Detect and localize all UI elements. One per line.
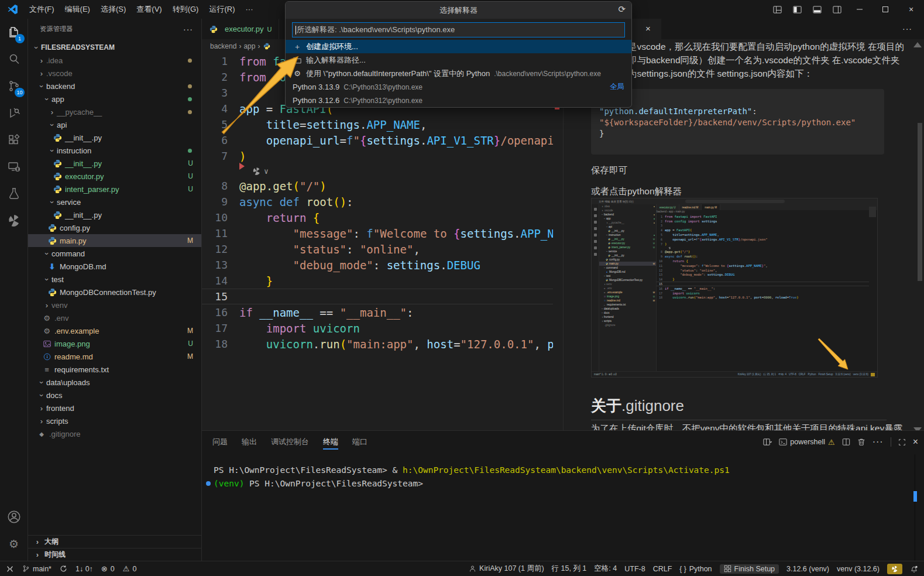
panel-tab-问题[interactable]: 问题	[212, 431, 228, 453]
refresh-icon[interactable]: ⟳	[618, 4, 626, 15]
explorer-row-scripts[interactable]: ›scripts	[28, 414, 201, 427]
close-tab-icon[interactable]: ×	[645, 23, 651, 33]
maximize-button[interactable]	[873, 0, 898, 19]
workspace-root-row[interactable]: › FILESREADSYSTEAM	[28, 41, 201, 54]
status-item-utf-8[interactable]: UTF-8	[624, 565, 645, 573]
preview-scrollbar[interactable]	[918, 123, 922, 281]
explorer-row-intent-parser-py[interactable]: intent_parser.pyU	[28, 183, 201, 196]
status-item-0[interactable]: ⊗0	[101, 564, 115, 573]
code-line-16[interactable]: 16if __name__ == "__main__":	[202, 304, 553, 320]
status-item--4[interactable]: 空格: 4	[594, 564, 617, 574]
explorer-row--init-py[interactable]: __init__.pyU	[28, 157, 201, 170]
panel-more-icon[interactable]: ···	[873, 437, 884, 447]
toggle-panel-icon[interactable]	[807, 0, 827, 19]
explorer-row--idea[interactable]: ›.idea	[28, 54, 201, 67]
status-item-remote[interactable]	[6, 565, 14, 573]
explorer-row-command[interactable]: ›command	[28, 247, 201, 260]
close-panel-icon[interactable]: ×	[913, 437, 918, 447]
terminal-output[interactable]: PS H:\OwnProject\FilesReadSysteam> & h:\…	[214, 464, 906, 491]
explorer-row-readme-md[interactable]: readme.mdM	[28, 350, 201, 363]
explorer-row-executor-py[interactable]: executor.pyU	[28, 170, 201, 183]
status-item-finish-setup[interactable]: Finish Setup	[720, 564, 779, 574]
quick-pick-item[interactable]: Python 3.12.6C:\Python312\python.exe	[286, 94, 631, 107]
panel-tab-调试控制台[interactable]: 调试控制台	[271, 431, 309, 453]
menu-item[interactable]: 运行(R)	[204, 0, 240, 19]
remote-explorer-icon[interactable]	[0, 153, 28, 180]
explorer-row-app[interactable]: ›app	[28, 92, 201, 105]
menu-item[interactable]: 选择(S)	[95, 0, 131, 19]
code-line-9[interactable]: 9async def root():	[202, 194, 553, 210]
timeline-section[interactable]: ›时间线	[28, 548, 201, 561]
pinwheel-extension-icon[interactable]	[0, 207, 28, 234]
panel-tab-输出[interactable]: 输出	[242, 431, 257, 453]
quick-pick-item[interactable]: ＋创建虚拟环境...	[286, 40, 631, 53]
explorer-row--gitignore[interactable]: ◆.gitignore	[28, 427, 201, 440]
sidebar-more-icon[interactable]: ···	[183, 25, 193, 34]
code-line-17[interactable]: 17 import uvicorn	[202, 320, 553, 336]
status-item--15-1[interactable]: 行 15, 列 1	[552, 564, 587, 574]
split-terminal-icon[interactable]	[842, 438, 850, 446]
code-line-15[interactable]: 15	[202, 289, 553, 304]
code-line-12[interactable]: 12 "status": "online",	[202, 241, 553, 257]
tab-executor-py[interactable]: executor.py U	[202, 19, 279, 39]
interpreter-search-input[interactable]: 所选解释器: .\backend\venv\Scripts\python.exe	[292, 22, 625, 37]
launch-profile-icon[interactable]	[763, 438, 772, 447]
status-item-python[interactable]: { }Python	[679, 565, 712, 573]
code-line-10[interactable]: 10 return {	[202, 210, 553, 225]
maximize-panel-icon[interactable]	[898, 438, 906, 446]
code-line-18[interactable]: 18 uvicorn.run("main:app", host="127.0.0…	[202, 336, 553, 352]
explorer-row-requirements-txt[interactable]: ≡requirements.txt	[28, 363, 201, 376]
extensions-icon[interactable]	[0, 126, 28, 153]
menu-item[interactable]: 文件(F)	[24, 0, 60, 19]
explorer-row-backend[interactable]: ›backend	[28, 80, 201, 92]
outline-section[interactable]: ›大纲	[28, 535, 201, 548]
menu-item[interactable]: ···	[240, 0, 258, 19]
menu-item[interactable]: 查看(V)	[131, 0, 167, 19]
explorer-row-image-png[interactable]: image.pngU	[28, 337, 201, 350]
status-item-main-[interactable]: main*	[22, 565, 51, 573]
explorer-row--env-example[interactable]: ⚙.env.exampleM	[28, 324, 201, 337]
inline-ai-widget[interactable]: ∨	[202, 164, 553, 178]
status-item-sync[interactable]	[60, 565, 67, 572]
code-line-7[interactable]: 7)	[202, 148, 553, 164]
toggle-sidebar-icon[interactable]	[787, 0, 807, 19]
explorer-row--env[interactable]: ⚙.env	[28, 311, 201, 324]
explorer-row-api[interactable]: ›api	[28, 118, 201, 131]
item-badge[interactable]: 全局	[610, 82, 624, 92]
panel-tab-端口[interactable]: 端口	[352, 431, 367, 453]
explorer-row-service[interactable]: ›service	[28, 196, 201, 208]
quick-pick-item[interactable]: Python 3.13.9C:\Python313\python.exe全局	[286, 80, 631, 94]
explorer-row--vscode[interactable]: ›.vscode	[28, 67, 201, 80]
explorer-row-MongoDBConnectionTest-py[interactable]: MongoDBConnectionTest.py	[28, 286, 201, 299]
explorer-row-instruction[interactable]: ›instruction	[28, 144, 201, 157]
explorer-row-venv[interactable]: ›venv	[28, 299, 201, 311]
status-item-kiriaky-107-1-[interactable]: KiriAky 107 (1 周前)	[469, 564, 544, 574]
status-item-3-12-6-venv-[interactable]: 3.12.6 (venv)	[786, 565, 829, 573]
explorer-row-data-uploads[interactable]: ›data\uploads	[28, 376, 201, 389]
search-icon[interactable]	[0, 46, 28, 73]
explorer-row-frontend[interactable]: ›frontend	[28, 402, 201, 414]
settings-gear-icon[interactable]: ⚙	[0, 530, 28, 557]
status-item-0[interactable]: ⚠0	[123, 564, 137, 573]
code-line-6[interactable]: 6 openapi_url=f"{settings.API_V1_STR}/op…	[202, 132, 553, 148]
code-line-5[interactable]: 5 title=settings.APP_NAME,	[202, 116, 553, 132]
explorer-row--init-py[interactable]: __init__.py	[28, 208, 201, 221]
terminal-instance[interactable]: powershell ⚠	[779, 438, 834, 447]
source-control-icon[interactable]: 10	[0, 73, 28, 100]
menu-item[interactable]: 转到(G)	[167, 0, 204, 19]
explorer-row-docs[interactable]: ›docs	[28, 389, 201, 402]
quick-pick-item[interactable]: ⚙使用 \"python.defaultInterpreterPath\" 设置…	[286, 67, 631, 80]
code-line-8[interactable]: 8@app.get("/")	[202, 178, 553, 194]
minimize-button[interactable]	[847, 0, 873, 19]
code-line-14[interactable]: 14 }	[202, 273, 553, 289]
close-window-button[interactable]: ×	[898, 0, 924, 19]
explorer-row--init-py[interactable]: __init__.py	[28, 131, 201, 144]
customize-layout-icon[interactable]	[767, 0, 787, 19]
code-line-13[interactable]: 13 "debug_mode": settings.DEBUG	[202, 257, 553, 273]
scroll-up-arrow-icon[interactable]	[913, 42, 922, 47]
code-line-11[interactable]: 11 "message": f"Welcome to {settings.APP…	[202, 225, 553, 241]
testing-icon[interactable]	[0, 180, 28, 207]
status-item-venv-3-12-6-[interactable]: venv (3.12.6)	[837, 565, 880, 573]
explorer-row-MongoDB-md[interactable]: ⬇MongoDB.md	[28, 260, 201, 273]
menu-item[interactable]: 编辑(E)	[60, 0, 95, 19]
